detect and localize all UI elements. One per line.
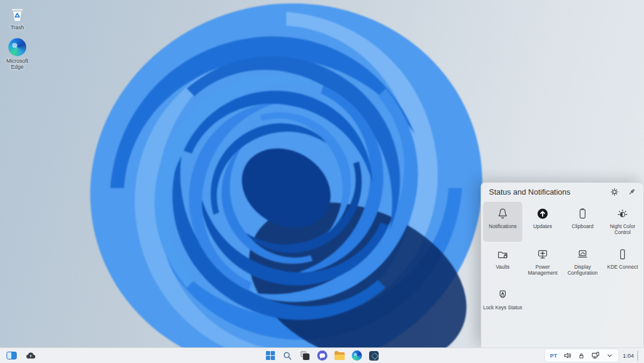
show-desktop-button[interactable]: [637, 351, 640, 361]
desktop-icon-label: Microsoft Edge: [0, 58, 35, 70]
tile-display-configuration[interactable]: Display Configuration: [563, 242, 602, 282]
edge-icon: [8, 38, 26, 56]
tile-label: Display Configuration: [564, 264, 601, 276]
lock-keys-icon: [496, 288, 509, 302]
night-color-icon: [616, 207, 629, 220]
digital-clock[interactable]: 1:04: [623, 352, 634, 359]
discover-icon: [369, 351, 379, 361]
clipboard-icon: [576, 207, 589, 220]
tile-kde-connect[interactable]: KDE Connect: [603, 242, 642, 282]
task-view-button[interactable]: [298, 349, 311, 362]
tile-label: Updates: [533, 223, 552, 229]
tile-label: Night Color Control: [604, 223, 641, 235]
task-view-icon: [301, 351, 309, 360]
tile-vaults[interactable]: Vaults: [483, 242, 522, 282]
search-icon: [283, 351, 292, 361]
status-notifications-popup: Status and Notifications Notifications: [481, 182, 644, 347]
start-menu-icon: [266, 351, 275, 360]
kde-connect-icon: [616, 248, 629, 261]
vault-lock-icon: [577, 352, 586, 360]
popup-title: Status and Notifications: [489, 187, 602, 196]
pager-widget[interactable]: [5, 349, 18, 362]
chat-button[interactable]: [315, 349, 329, 362]
wallpaper-bloom: [83, 0, 489, 363]
tile-notifications[interactable]: Notifications: [483, 202, 522, 242]
tile-night-color[interactable]: Night Color Control: [603, 202, 642, 242]
pager-icon: [7, 352, 17, 359]
tile-label: Power Management: [524, 264, 561, 276]
edge-browser-button[interactable]: [350, 349, 363, 362]
taskbar-center: [264, 349, 380, 362]
desktop-icon-label: Trash: [0, 24, 35, 30]
tile-lock-keys-status[interactable]: Lock Keys Status: [483, 283, 522, 323]
settings-gear-icon[interactable]: [610, 187, 619, 196]
updates-icon: [536, 207, 549, 220]
tray-item-grid: Notifications Updates Clipboard Night Co…: [481, 201, 643, 324]
popup-header: Status and Notifications: [481, 183, 643, 201]
discover-button[interactable]: [367, 349, 380, 362]
start-menu-button[interactable]: [264, 349, 277, 362]
desktop: { "desktop": { "icons": [ { "label": "Tr…: [0, 0, 644, 363]
expand-chevron-icon: [606, 352, 614, 359]
chat-icon: [317, 350, 327, 361]
tile-label: KDE Connect: [607, 264, 638, 270]
tile-label: Notifications: [489, 223, 516, 229]
vault-button[interactable]: [577, 352, 586, 360]
volume-icon: [563, 351, 572, 360]
tile-label: Vaults: [496, 264, 510, 270]
pin-icon[interactable]: [627, 187, 636, 196]
expand-tray-button[interactable]: [606, 352, 614, 359]
kde-connect-tray-icon: [591, 351, 600, 360]
display-configuration-icon: [576, 248, 589, 261]
taskbar: PT: [0, 347, 644, 363]
cloud-sync-icon: [26, 352, 36, 359]
edge-browser-icon: [352, 350, 362, 361]
tile-label: Lock Keys Status: [483, 304, 522, 310]
desktop-icon-edge[interactable]: Microsoft Edge: [0, 38, 35, 70]
tile-power-management[interactable]: Power Management: [523, 242, 562, 282]
tile-updates[interactable]: Updates: [523, 202, 562, 242]
trash-icon: [9, 6, 26, 23]
system-tray: PT: [544, 349, 618, 362]
vaults-icon: [496, 248, 509, 261]
file-manager-icon: [335, 352, 345, 360]
search-button[interactable]: [281, 349, 294, 362]
volume-button[interactable]: [563, 351, 572, 360]
tile-label: Clipboard: [572, 223, 593, 229]
desktop-icon-trash[interactable]: Trash: [0, 6, 35, 30]
power-management-icon: [536, 248, 549, 261]
cloud-sync-button[interactable]: [24, 349, 37, 362]
kde-connect-button[interactable]: [591, 351, 600, 360]
taskbar-right: PT: [544, 349, 640, 362]
keyboard-layout-indicator[interactable]: PT: [550, 353, 557, 359]
notifications-bell-icon: [496, 207, 509, 220]
tile-clipboard[interactable]: Clipboard: [563, 202, 602, 242]
taskbar-left: [5, 349, 37, 362]
file-manager-button[interactable]: [333, 349, 346, 362]
